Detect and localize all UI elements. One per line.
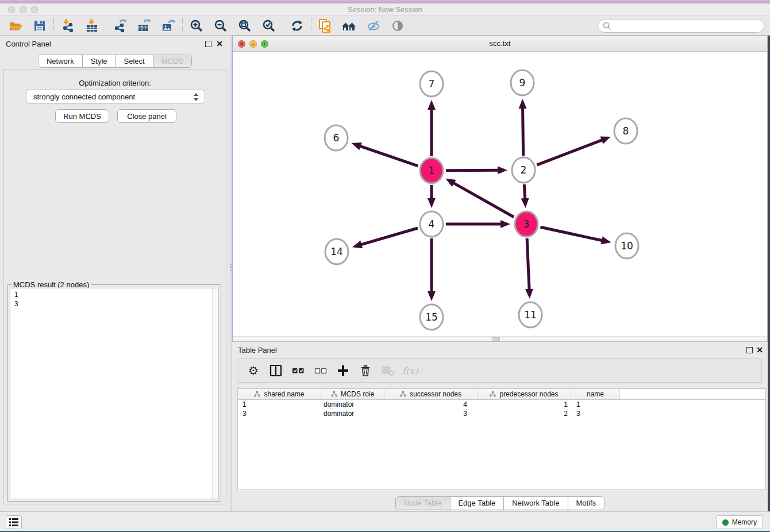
table-cell[interactable]: dominator [321,409,384,418]
graph-node-label: 15 [425,311,438,323]
deselect-all-checkboxes-icon[interactable] [314,364,328,377]
graph-node-14[interactable]: 14 [325,239,348,264]
show-all-icon[interactable] [386,17,410,34]
export-image-icon[interactable] [156,17,180,34]
memory-button[interactable]: Memory [716,515,763,529]
graph-node-label: 4 [429,218,435,230]
search-input[interactable] [612,20,764,32]
table-cell[interactable]: 1 [571,400,620,409]
graph-node-label: 8 [623,125,629,137]
table-cell[interactable]: 1 [238,400,321,409]
open-file-icon[interactable] [3,17,28,34]
graph-node-label: 7 [429,78,435,90]
tab-motifs[interactable]: Motifs [567,497,604,510]
float-panel-icon[interactable] [746,347,753,353]
refresh-icon[interactable] [285,17,309,34]
export-network-icon[interactable] [108,17,132,34]
column-tree-icon [400,391,406,397]
network-canvas[interactable]: 1234678910111415 [233,52,767,336]
column-header-shared-name[interactable]: shared name [238,389,321,399]
horizontal-splitter-grip[interactable] [492,337,500,341]
zoom-out-icon[interactable] [209,17,233,34]
table-cell[interactable]: 2 [478,409,571,418]
graph-edge-3-10[interactable] [540,227,604,241]
run-mcds-button[interactable]: Run MCDS [55,109,109,123]
graph-edge-3-11[interactable] [527,238,529,291]
result-line: 1 [10,288,218,299]
tab-node-table[interactable]: Node Table [396,497,450,510]
table-cell[interactable]: dominator [321,400,384,409]
graph-edge-2-3[interactable] [524,184,525,201]
table-cell[interactable]: 3 [238,409,321,418]
zoom-selected-icon[interactable] [257,17,281,34]
tab-select[interactable]: Select [116,55,153,67]
graph-edge-4-14[interactable] [359,228,418,245]
column-header-successor-nodes[interactable]: successor nodes [384,389,478,399]
graph-node-3[interactable]: 3 [515,211,538,237]
tab-network-table[interactable]: Network Table [503,497,567,510]
delete-column-icon[interactable] [359,364,372,377]
search-box[interactable] [598,19,764,33]
mcds-result-textarea[interactable]: 1 3 [10,288,219,499]
network-from-selection-icon[interactable] [313,17,337,34]
graph-edge-1-2[interactable] [446,170,500,171]
result-scrollbar[interactable] [212,288,218,499]
table-cell[interactable]: 3 [571,409,620,418]
table-row[interactable]: 1dominator411 [238,400,765,409]
graph-node-10[interactable]: 10 [615,233,638,259]
table-cell[interactable]: 1 [478,400,571,409]
network-view-frame: ✕ − + scc.txt 1234678910111415 [232,36,768,342]
column-header-MCDS-role[interactable]: MCDS role [321,389,384,399]
graph-edge-2-9[interactable] [523,106,523,156]
import-network-icon[interactable] [56,17,80,34]
list-icon [8,517,20,527]
export-table-icon[interactable] [132,17,156,34]
graph-edge-1-6[interactable] [359,145,418,166]
network-frame-title: scc.txt [233,39,767,48]
graph-node-7[interactable]: 7 [420,71,443,97]
graph-edge-arrowhead [428,198,436,208]
close-panel-button[interactable]: Close panel [117,109,176,123]
graph-node-2[interactable]: 2 [512,157,535,183]
network-graph[interactable]: 1234678910111415 [233,52,767,336]
first-neighbors-icon[interactable] [337,17,361,34]
select-all-checkboxes-icon[interactable] [291,364,305,377]
toolbar-separator [53,18,54,33]
graph-node-1[interactable]: 1 [420,158,443,183]
zoom-fit-icon[interactable] [233,17,257,34]
tab-mcds[interactable]: MCDS [153,55,191,67]
graph-node-8[interactable]: 8 [614,118,637,144]
graph-node-label: 3 [523,218,530,230]
tab-network[interactable]: Network [38,55,82,67]
table-cell[interactable]: 3 [384,409,478,418]
table-row[interactable]: 3dominator323 [238,409,765,418]
graph-node-15[interactable]: 15 [420,304,443,330]
graph-node-6[interactable]: 6 [325,125,348,151]
save-session-icon[interactable] [28,17,52,34]
show-columns-icon[interactable] [269,364,283,377]
graph-edge-2-8[interactable] [537,140,603,165]
graph-node-4[interactable]: 4 [420,211,443,237]
table-cell[interactable]: 4 [384,400,478,409]
zoom-in-icon[interactable] [184,17,209,34]
close-panel-icon[interactable]: ✕ [756,345,763,354]
add-column-icon[interactable] [336,364,350,377]
control-panel-header: Control Panel ✕ [0,36,230,52]
settings-gear-icon[interactable]: ⚙ [247,364,260,377]
tab-edge-table[interactable]: Edge Table [449,497,503,510]
close-panel-icon[interactable]: ✕ [216,39,223,48]
graph-node-9[interactable]: 9 [511,70,534,95]
float-panel-icon[interactable] [205,41,211,47]
tab-style[interactable]: Style [82,55,116,67]
header-filler [620,389,765,399]
column-header-name[interactable]: name [571,389,620,399]
node-table: shared nameMCDS rolesuccessor nodesprede… [237,388,766,490]
hide-selected-icon[interactable] [361,17,386,34]
optimization-criterion-dropdown[interactable]: strongly connected component [26,90,205,103]
task-history-button[interactable] [6,515,22,529]
import-table-icon[interactable] [80,17,104,34]
graph-node-11[interactable]: 11 [519,302,542,327]
graph-edge-3-1[interactable] [452,182,514,217]
column-header-predecessor-nodes[interactable]: predecessor nodes [478,389,571,399]
table-toolbar: ⚙ f(x) [237,358,762,383]
